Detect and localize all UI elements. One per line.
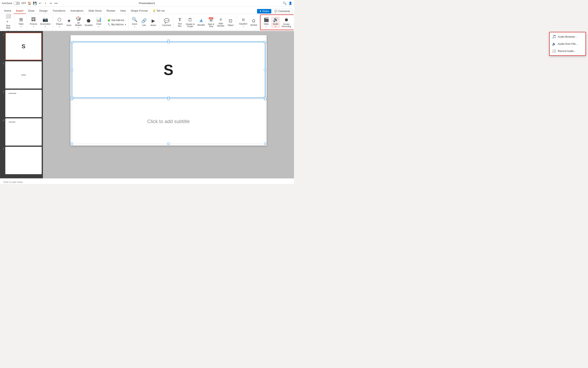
chart-icon: 📊 (96, 17, 102, 22)
new-slide-button[interactable]: ⬜＋ NewSlide ▾ (3, 17, 13, 28)
slide-thumb-3[interactable]: 3 • idedusdad (1, 90, 42, 117)
tab-review[interactable]: Review (104, 8, 118, 14)
icons-button[interactable]: ★ Icons (64, 17, 73, 28)
slide-num-2: 2 (1, 62, 4, 64)
header-footer-icon: 🗒 (188, 17, 192, 22)
people-icon[interactable]: 👤 (288, 1, 292, 5)
3dmodels-button[interactable]: 🎲 3DModels ▾ (74, 17, 83, 28)
tab-design[interactable]: Design (37, 8, 50, 14)
new-slide-dropdown-icon[interactable]: ▾ (8, 30, 9, 31)
text-items: T TextBox 🗒 Header &Footer A WordArt 📅 D… (175, 15, 235, 30)
autosave-toggle[interactable] (13, 2, 20, 5)
zoom-icon: 🔍 (132, 17, 137, 22)
datetime-button[interactable]: 📅 Date &Time (206, 17, 215, 28)
slide-img-4[interactable]: • adududle (5, 118, 42, 146)
subtitle-handle-tr[interactable] (264, 98, 266, 100)
table-dropdown-icon[interactable]: ▾ (21, 26, 21, 28)
tab-insert[interactable]: Insert (14, 8, 26, 14)
video-dropdown-icon[interactable]: ▾ (266, 26, 267, 28)
screenshot-button[interactable]: 📷 Screenshot ▾ (39, 17, 52, 28)
header-footer-button[interactable]: 🗒 Header &Footer (185, 17, 196, 28)
get-addins-button[interactable]: 🧩 Get Add-ins (106, 18, 127, 22)
slide-thumb-2[interactable]: 2 asdad (1, 61, 42, 89)
autosave-knob (14, 2, 16, 4)
equation-dropdown-icon[interactable]: ▾ (243, 26, 244, 28)
tab-draw[interactable]: Draw (26, 8, 37, 14)
table-button[interactable]: ⊞ Table ▾ (17, 17, 26, 28)
shapes-dropdown-icon[interactable]: ▾ (59, 26, 60, 28)
tab-shapeformat[interactable]: Shape Format (128, 8, 150, 14)
more-options-icon[interactable]: ••• (54, 1, 58, 5)
handle-mr[interactable] (264, 69, 266, 71)
my-addins-dropdown-icon[interactable]: ▾ (125, 23, 126, 26)
my-addins-button[interactable]: 🔧 My Add-ins ▾ (106, 22, 127, 27)
title-textbox[interactable]: S (72, 42, 265, 98)
screenshot-dropdown-icon[interactable]: ▾ (45, 26, 45, 28)
undo-icon[interactable]: ↩ (38, 1, 42, 5)
slide-thumb-4[interactable]: 4 • adududle (1, 118, 42, 146)
symbol-button[interactable]: Ω Symbol (249, 17, 258, 28)
tab-slideshow[interactable]: Slide Show (86, 8, 104, 14)
pictures-dropdown-icon[interactable]: ▾ (33, 26, 34, 28)
subtitle-handle-bc[interactable] (168, 143, 169, 145)
video-button[interactable]: 🎬 Video ▾ (262, 17, 271, 28)
tab-tellme[interactable]: 💡 Tell me (150, 8, 167, 14)
group-comments: 💬 Comment (160, 15, 174, 30)
audio-dropdown-icon[interactable]: ▾ (275, 26, 276, 28)
subtitle-handle-tl[interactable] (71, 98, 73, 100)
tab-view[interactable]: View (118, 8, 128, 14)
handle-tr[interactable] (264, 41, 266, 43)
link-button[interactable]: 🔗 Link (140, 17, 149, 28)
equation-button[interactable]: π Equation ▾ (238, 17, 249, 28)
slide-thumb-5[interactable]: 5 (1, 147, 42, 174)
subtitle-placeholder-text: Click to add subtitle (147, 119, 190, 124)
slide-img-3[interactable]: • idedusdad (5, 90, 42, 117)
tab-transitions[interactable]: Transitions (50, 8, 68, 14)
shapes-button[interactable]: ⬡ Shapes ▾ (55, 17, 64, 28)
comments-button[interactable]: 💬 Comments (272, 9, 292, 14)
share-button[interactable]: ⬆ Share (257, 9, 271, 13)
chart-button[interactable]: 📊 Chart ▾ (94, 17, 103, 28)
home-icon[interactable]: 🏠 (27, 1, 31, 5)
handle-tc[interactable] (168, 41, 169, 43)
slide-canvas[interactable]: S Click to add subtitle (71, 35, 267, 146)
audio-button[interactable]: 🔊 Audio ▾ (271, 17, 280, 28)
subtitle-handle-bl[interactable] (71, 143, 73, 145)
subtitle-handle-tc[interactable] (168, 98, 169, 100)
redo-icon[interactable]: ↪ (49, 1, 53, 5)
textbox-icon: T (178, 17, 181, 22)
chart-dropdown-icon[interactable]: ▾ (98, 26, 99, 28)
screen-recording-button[interactable]: ⏺ ScreenRecording (281, 17, 292, 28)
handle-ml[interactable] (71, 69, 73, 71)
textbox-button[interactable]: T TextBox (175, 17, 184, 28)
save-icon[interactable]: 💾 (33, 1, 37, 5)
group-media: 🎬 Video ▾ 🔊 Audio ▾ ⏺ ScreenRecording (260, 15, 294, 30)
subtitle-textbox[interactable]: Click to add subtitle (72, 99, 265, 144)
undo-dropdown-icon[interactable]: ▾ (43, 1, 47, 5)
object-button[interactable]: ⊡ Object (226, 17, 235, 28)
comment-icon: 💬 (164, 18, 169, 24)
tab-home[interactable]: Home (2, 8, 14, 14)
handle-tl[interactable] (71, 41, 73, 43)
slide-img-2[interactable]: asdad (5, 61, 42, 89)
slide-img-5[interactable] (5, 147, 42, 174)
shapes-icon: ⬡ (57, 17, 61, 22)
notes-bar[interactable]: Click to add notes (0, 178, 294, 184)
3dmodels-dropdown-icon[interactable]: ▾ (78, 27, 79, 29)
action-button[interactable]: ▶ Action (149, 17, 158, 28)
symbols-items: π Equation ▾ Ω Symbol (238, 15, 258, 30)
slidenumber-button[interactable]: # SlideNumber (216, 17, 226, 28)
subtitle-handle-br[interactable] (264, 143, 266, 145)
share-icon: ⬆ (259, 10, 261, 13)
slide-thumb-1[interactable]: 1 S (1, 33, 42, 60)
wordart-button[interactable]: A WordArt (196, 17, 206, 28)
tab-animations[interactable]: Animations (68, 8, 86, 14)
zoom-button[interactable]: 🔍 Zoom ▾ (130, 17, 139, 28)
slide-img-1[interactable]: S (5, 33, 42, 60)
zoom-dropdown-icon[interactable]: ▾ (134, 26, 135, 28)
smartart-button[interactable]: ⬣ SmartArt (83, 17, 94, 28)
comment-button[interactable]: 💬 Comment (161, 17, 172, 28)
slidenumber-icon: # (220, 18, 222, 22)
search-icon[interactable]: 🔍 (283, 1, 287, 5)
pictures-button[interactable]: 🖼 Pictures ▾ (29, 17, 38, 28)
